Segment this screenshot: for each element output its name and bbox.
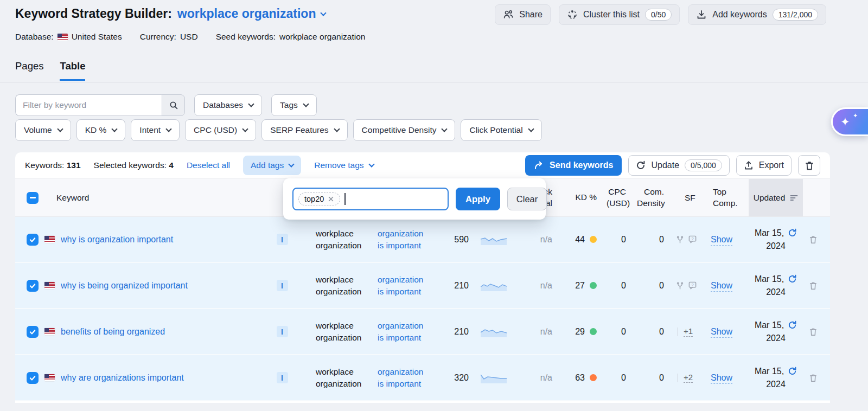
check-icon xyxy=(29,236,36,243)
trash-icon[interactable] xyxy=(809,373,818,383)
tag-organization-is-important[interactable]: organization is important xyxy=(361,228,426,251)
cluster-icon xyxy=(567,9,578,20)
chevron-down-icon xyxy=(57,126,63,132)
keywords-total: Keywords: 131 xyxy=(25,160,81,170)
intent-badge-informational: I xyxy=(277,372,288,383)
chevron-down-icon xyxy=(289,161,295,167)
header-updated-sortable[interactable]: Updated xyxy=(749,179,803,216)
intent-filter-dropdown[interactable]: Intent xyxy=(131,119,180,141)
databases-dropdown[interactable]: Databases xyxy=(194,94,262,116)
update-button[interactable]: Update 0/5,000 xyxy=(628,155,729,176)
cpc-filter-dropdown[interactable]: CPC (USD) xyxy=(185,119,256,141)
competitive-density-filter-dropdown[interactable]: Competitive Density xyxy=(353,119,456,141)
add-keywords-button[interactable]: Add keywords 131/2,000 xyxy=(688,4,826,25)
tag-organization-is-important[interactable]: organization is important xyxy=(361,366,426,389)
sitelinks-icon xyxy=(676,281,684,290)
check-icon xyxy=(29,282,36,290)
row-checkbox[interactable] xyxy=(27,326,39,338)
show-top-competitors-link[interactable]: Show xyxy=(711,327,732,338)
updated-date: Mar 15, xyxy=(755,319,784,332)
remove-tag-chip-icon[interactable] xyxy=(328,196,334,202)
trend-sparkline xyxy=(472,280,515,291)
keyword-link[interactable]: benefits of being organized xyxy=(61,327,165,337)
us-flag-icon xyxy=(44,236,55,243)
check-icon xyxy=(29,374,36,382)
tag-organization-is-important[interactable]: organization is important xyxy=(361,320,426,343)
cluster-list-button[interactable]: Cluster this list 0/50 xyxy=(559,4,680,25)
row-checkbox[interactable] xyxy=(27,280,39,292)
updated-cell: Mar 15, 2024 xyxy=(749,273,803,299)
keyword-link[interactable]: why is organization important xyxy=(61,235,173,245)
apply-tags-button[interactable]: Apply xyxy=(456,188,500,210)
import-icon xyxy=(696,9,707,20)
sf-divider xyxy=(678,374,678,382)
keyword-link[interactable]: why are organizations important xyxy=(61,373,184,383)
project-meta: Database: United States Currency: USD Se… xyxy=(15,32,365,42)
updated-cell: Mar 15, 2024 xyxy=(749,365,803,391)
deselect-all-link[interactable]: Deselect all xyxy=(187,160,230,170)
tab-table[interactable]: Table xyxy=(60,60,85,81)
kd-difficulty-dot xyxy=(590,236,597,243)
sf-more-link[interactable]: +1 xyxy=(684,326,693,337)
export-button[interactable]: Export xyxy=(736,155,792,176)
keywords-count-badge: 131/2,000 xyxy=(773,9,818,21)
delete-selected-button[interactable] xyxy=(798,155,820,176)
refresh-row-icon[interactable] xyxy=(788,228,797,237)
keyword-filter-input[interactable] xyxy=(15,94,162,116)
select-all-checkbox[interactable] xyxy=(27,192,39,204)
show-top-competitors-link[interactable]: Show xyxy=(711,373,732,384)
us-flag-icon xyxy=(44,328,55,335)
indeterminate-mark xyxy=(30,197,36,198)
sf-more-link[interactable]: +2 xyxy=(684,373,693,383)
chevron-down-icon xyxy=(303,101,309,107)
volume-value: 590 xyxy=(426,235,472,245)
tab-pages[interactable]: Pages xyxy=(15,60,43,81)
trash-icon[interactable] xyxy=(809,281,818,291)
kd-difficulty-dot xyxy=(590,282,597,289)
density-value: 0 xyxy=(637,235,672,245)
refresh-row-icon[interactable] xyxy=(788,274,797,284)
refresh-row-icon[interactable] xyxy=(788,367,797,376)
tags-dropdown[interactable]: Tags xyxy=(271,94,317,116)
row-checkbox[interactable] xyxy=(27,372,39,384)
tags-dropdown-label: Tags xyxy=(280,100,298,110)
project-name[interactable]: workplace organization xyxy=(177,7,316,21)
keyword-link[interactable]: why is being organized important xyxy=(61,281,188,291)
database-value: United States xyxy=(72,32,122,42)
remove-tags-button[interactable]: Remove tags xyxy=(314,160,373,170)
tag-organization-is-important[interactable]: organization is important xyxy=(361,274,426,297)
faq-bubble-icon: ? xyxy=(688,281,697,290)
kd-filter-dropdown[interactable]: KD % xyxy=(76,119,126,141)
show-top-competitors-link[interactable]: Show xyxy=(711,235,732,246)
action-bar-right: Send keywords Update 0/5,000 Export xyxy=(525,155,820,176)
density-value: 0 xyxy=(637,327,672,337)
click-potential-filter-dropdown[interactable]: Click Potential xyxy=(461,119,541,141)
sparkle-icon: ✦ xyxy=(840,116,850,127)
show-top-competitors-link[interactable]: Show xyxy=(711,281,732,292)
refresh-row-icon[interactable] xyxy=(788,320,797,330)
trash-icon[interactable] xyxy=(809,235,818,245)
volume-filter-dropdown[interactable]: Volume xyxy=(15,119,71,141)
send-keywords-button[interactable]: Send keywords xyxy=(525,155,622,176)
updated-date: Mar 15, xyxy=(755,365,784,378)
chevron-down-icon[interactable] xyxy=(321,10,327,16)
keyword-filter-group xyxy=(15,94,185,116)
add-tags-button[interactable]: Add tags xyxy=(243,156,301,175)
search-icon xyxy=(169,100,178,110)
tag-input-field[interactable]: top20 xyxy=(292,188,449,210)
density-value: 0 xyxy=(637,373,672,383)
kd-value: 63 xyxy=(575,373,585,383)
chevron-down-icon xyxy=(334,126,340,132)
page-header: Keyword Strategy Builder: workplace orga… xyxy=(15,7,326,21)
share-button[interactable]: Share xyxy=(495,4,551,25)
row-checkbox[interactable] xyxy=(27,234,39,246)
search-button[interactable] xyxy=(162,94,185,116)
tag-chip[interactable]: top20 xyxy=(298,192,340,206)
add-tags-popup: top20 Apply Clear xyxy=(283,178,546,220)
ai-assistant-button[interactable]: ✦ ✦ xyxy=(831,107,868,136)
intent-filter-label: Intent xyxy=(139,125,161,135)
trash-icon[interactable] xyxy=(809,327,818,337)
serp-features-filter-dropdown[interactable]: SERP Features xyxy=(261,119,347,141)
cpc-value: 0 xyxy=(607,235,637,245)
clear-tags-button[interactable]: Clear xyxy=(507,188,547,210)
